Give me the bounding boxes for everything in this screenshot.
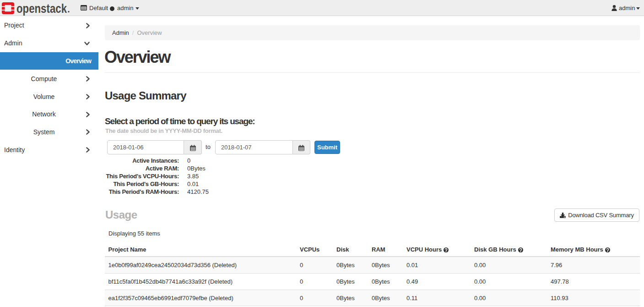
svg-text:openstack: openstack (16, 1, 67, 16)
